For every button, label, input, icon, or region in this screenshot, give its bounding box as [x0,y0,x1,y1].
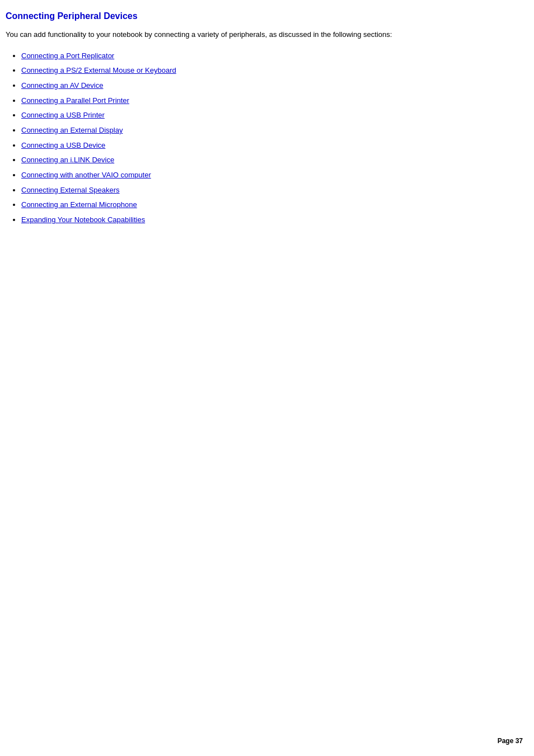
list-item: Connecting an External Display [21,124,498,138]
nav-link-9[interactable]: Connecting External Speakers [21,186,120,194]
page-number: Page 37 [498,737,523,745]
nav-link-10[interactable]: Connecting an External Microphone [21,200,137,209]
nav-link-6[interactable]: Connecting a USB Device [21,141,105,149]
list-item: Expanding Your Notebook Capabilities [21,213,498,227]
list-item: Connecting an i.LINK Device [21,153,498,167]
nav-link-0[interactable]: Connecting a Port Replicator [21,51,114,60]
nav-link-3[interactable]: Connecting a Parallel Port Printer [21,96,129,105]
nav-link-11[interactable]: Expanding Your Notebook Capabilities [21,215,145,224]
list-item: Connecting a Port Replicator [21,49,498,63]
list-item: Connecting a USB Device [21,139,498,153]
nav-link-2[interactable]: Connecting an AV Device [21,81,103,90]
intro-paragraph: You can add functionality to your notebo… [6,29,498,40]
list-item: Connecting an External Microphone [21,198,498,212]
links-list: Connecting a Port ReplicatorConnecting a… [6,49,498,227]
nav-link-7[interactable]: Connecting an i.LINK Device [21,156,114,164]
nav-link-8[interactable]: Connecting with another VAIO computer [21,171,151,179]
nav-link-5[interactable]: Connecting an External Display [21,126,123,134]
list-item: Connecting an AV Device [21,79,498,93]
list-item: Connecting a USB Printer [21,109,498,123]
list-item: Connecting a PS/2 External Mouse or Keyb… [21,64,498,78]
page-title: Connecting Peripheral Devices [6,11,498,21]
nav-link-1[interactable]: Connecting a PS/2 External Mouse or Keyb… [21,66,176,74]
nav-link-4[interactable]: Connecting a USB Printer [21,111,105,119]
list-item: Connecting External Speakers [21,184,498,198]
list-item: Connecting with another VAIO computer [21,168,498,182]
page-container: Connecting Peripheral Devices You can ad… [0,0,515,251]
list-item: Connecting a Parallel Port Printer [21,94,498,108]
